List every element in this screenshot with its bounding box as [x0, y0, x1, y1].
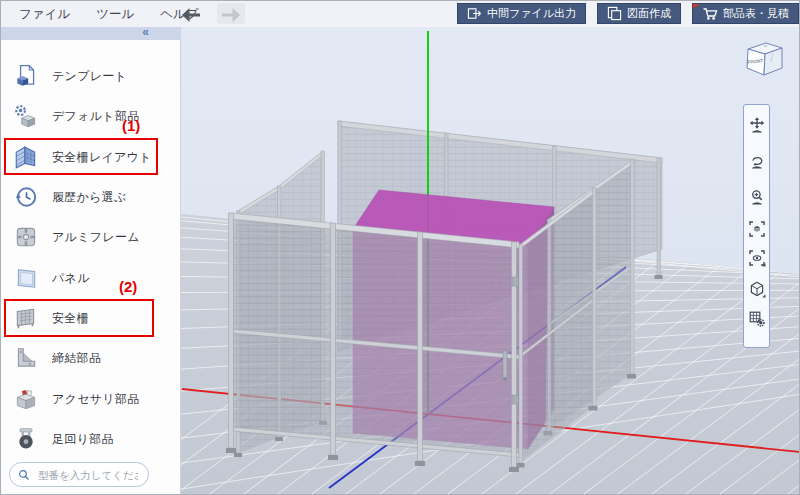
view-cube[interactable]: FRONT: [740, 40, 786, 80]
sidebar-item-label: デフォルト部品: [52, 108, 140, 125]
redo-forward-button[interactable]: [217, 3, 245, 24]
sidebar-item-caster-parts[interactable]: 足回り部品: [1, 419, 180, 459]
safety-fence-front-wall[interactable]: [226, 213, 519, 472]
sidebar-item-history[interactable]: 履歴から選ぶ: [1, 177, 180, 217]
search-icon: [18, 468, 30, 482]
template-icon: [13, 63, 39, 89]
drawing-icon: [607, 6, 622, 21]
sidebar-item-label: 安全柵: [52, 310, 89, 327]
viewport-canvas[interactable]: [181, 27, 800, 495]
display-settings-icon[interactable]: [748, 310, 766, 328]
pan-tool-icon[interactable]: [748, 116, 766, 134]
sidebar-item-label: 安全柵レイアウト: [52, 149, 152, 166]
sidebar-item-label: パネル: [52, 270, 90, 287]
panel-icon: [13, 265, 39, 291]
sidebar-item-label: 締結部品: [52, 350, 101, 367]
notification-mark: [693, 4, 699, 9]
top-menubar: ファイル ツール ヘルプ 中間ファイル出力 図面作成 部品表・見積: [1, 1, 800, 27]
sidebar-item-label: 足回り部品: [52, 431, 114, 448]
forward-arrow-icon: [220, 6, 242, 22]
sidebar-item-template[interactable]: テンプレート: [1, 56, 180, 96]
sidebar-item-label: テンプレート: [52, 68, 127, 85]
sidebar-item-label: アルミフレーム: [52, 229, 140, 246]
part-number-search: [9, 462, 149, 487]
view-toolbar: [743, 104, 770, 348]
sidebar-item-fence-layout[interactable]: 安全柵レイアウト: [1, 137, 180, 177]
fit-view-icon[interactable]: [748, 220, 766, 238]
search-input[interactable]: [36, 468, 140, 482]
export-icon: [467, 6, 482, 21]
history-icon: [13, 184, 39, 210]
sidebar-item-safety-fence[interactable]: 安全柵: [1, 298, 180, 338]
cart-icon: [702, 6, 718, 21]
accessory-parts-icon: [13, 386, 39, 412]
sidebar-item-label: アクセサリ部品: [52, 391, 140, 408]
app-window: ファイル ツール ヘルプ 中間ファイル出力 図面作成 部品表・見積: [0, 0, 800, 495]
sidebar-item-fastening-parts[interactable]: 締結部品: [1, 338, 180, 378]
sidebar-item-accessory-parts[interactable]: アクセサリ部品: [1, 379, 180, 419]
parts-sidebar: « テンプレート デフォルト部品 安全柵レイアウト 履歴から選ぶ アルミフレーム…: [1, 27, 181, 495]
default-parts-icon: [13, 103, 39, 129]
show-all-icon[interactable]: [748, 249, 766, 267]
back-arrow-icon: [180, 6, 202, 22]
collapse-sidebar-icon[interactable]: «: [142, 25, 149, 39]
sidebar-item-default-parts[interactable]: デフォルト部品: [1, 96, 180, 136]
quote-button-label: 部品表・見積: [723, 6, 789, 21]
aluminum-frame-icon: [13, 224, 39, 250]
menu-tools[interactable]: ツール: [96, 6, 134, 23]
orbit-tool-icon[interactable]: [748, 152, 766, 170]
zoom-tool-icon[interactable]: [748, 188, 766, 206]
export-intermediate-file-button[interactable]: 中間ファイル出力: [457, 3, 586, 24]
undo-back-button[interactable]: [177, 3, 205, 24]
menu-file[interactable]: ファイル: [19, 6, 70, 23]
bom-quote-button[interactable]: 部品表・見積: [692, 3, 799, 24]
export-button-label: 中間ファイル出力: [487, 6, 576, 21]
safety-fence-icon: [13, 305, 39, 331]
sidebar-item-aluminum-frame[interactable]: アルミフレーム: [1, 217, 180, 257]
iso-view-icon[interactable]: [748, 280, 766, 298]
fastening-parts-icon: [13, 345, 39, 371]
sidebar-item-label: 履歴から選ぶ: [52, 189, 127, 206]
sidebar-item-panel[interactable]: パネル: [1, 258, 180, 298]
create-drawing-button[interactable]: 図面作成: [597, 3, 681, 24]
sidebar-header: «: [1, 27, 181, 40]
caster-parts-icon: [13, 426, 39, 452]
drawing-button-label: 図面作成: [627, 6, 671, 21]
fence-layout-icon: [13, 144, 39, 170]
